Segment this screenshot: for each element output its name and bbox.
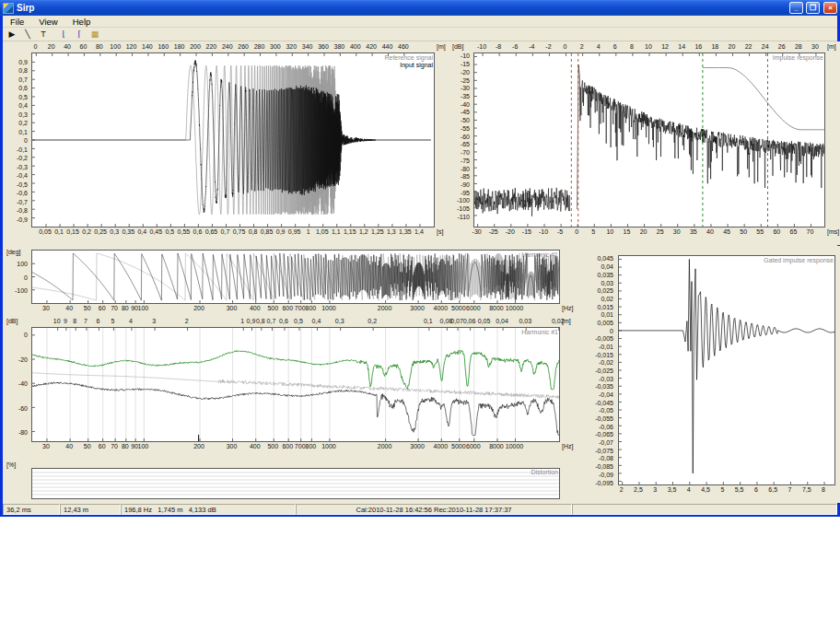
tick-label: -110 bbox=[458, 213, 471, 219]
tick-label: 0,25 bbox=[94, 228, 107, 235]
tick-label: 4,5 bbox=[701, 486, 710, 493]
tick-label: 25 bbox=[657, 228, 664, 235]
magnitude-top-axis: 109876543210,90,80,70,60,50,40,30,20,10,… bbox=[31, 318, 558, 325]
magnitude-plot[interactable] bbox=[31, 327, 560, 442]
magnitude-hz-unit: [Hz] bbox=[562, 443, 573, 449]
time-signals-panel: 0204060801001201401601802002202402602803… bbox=[4, 41, 448, 245]
tick-label: -90 bbox=[461, 181, 470, 187]
tick-label: 100 bbox=[138, 305, 149, 311]
tick-label: 0,06 bbox=[463, 318, 476, 324]
cursor-distance-value: 12,43 m bbox=[64, 506, 88, 514]
tick-label: -25 bbox=[461, 76, 470, 83]
tick-label: 40 bbox=[706, 228, 714, 235]
tick-label: -0,03 bbox=[599, 375, 613, 381]
impulse-db-unit: [dB] bbox=[452, 43, 463, 50]
tick-label: 55 bbox=[756, 228, 764, 235]
distortion-plot[interactable] bbox=[31, 468, 560, 499]
menu-item-help[interactable]: Help bbox=[65, 16, 99, 28]
tick-label: 100 bbox=[17, 260, 28, 266]
tick-label: 160 bbox=[158, 43, 169, 50]
time-legend: Reference signal Input signal bbox=[384, 54, 433, 69]
tick-label: 0,55 bbox=[178, 228, 191, 235]
impulse-top-unit: [m] bbox=[827, 43, 836, 50]
tick-label: 0,2 bbox=[18, 120, 28, 126]
tick-label: 1,05 bbox=[316, 228, 329, 235]
time-top-axis: 0204060801001201401601802002202402602803… bbox=[31, 43, 433, 51]
maximize-button[interactable]: ❐ bbox=[806, 2, 820, 14]
tick-label: 60 bbox=[80, 43, 88, 50]
tick-label: -2 bbox=[545, 43, 551, 50]
time-bottom-axis: 0,050,10,150,20,250,30,350,40,450,50,550… bbox=[31, 228, 433, 236]
time-plot[interactable] bbox=[31, 52, 435, 228]
menu-item-view[interactable]: View bbox=[31, 16, 64, 28]
tick-label: 0,8 bbox=[18, 67, 28, 74]
tick-label: 0,3 bbox=[18, 111, 28, 117]
tick-label: 0,1 bbox=[424, 318, 433, 324]
tick-label: 10000 bbox=[506, 305, 523, 311]
y-axis-setup-button[interactable]: ⌈ bbox=[72, 29, 87, 41]
status-cursor-readout: 196,8 Hz 1,745 m 4,133 dB bbox=[121, 504, 296, 515]
tick-label: -95 bbox=[461, 189, 470, 195]
tick-label: -0,05 bbox=[599, 407, 613, 414]
gated-impulse-panel: 0,0450,040,0350,030,0250,020,0150,010,00… bbox=[585, 246, 840, 503]
tick-label: -20 bbox=[18, 356, 28, 362]
phase-plot[interactable] bbox=[31, 250, 560, 304]
tick-label: 300 bbox=[227, 305, 238, 311]
tick-label: -10 bbox=[477, 43, 486, 50]
tick-label: 10 bbox=[606, 228, 613, 235]
impulse-plot[interactable] bbox=[473, 52, 825, 228]
tick-label: 1,1 bbox=[332, 228, 341, 235]
tick-label: 0,75 bbox=[233, 228, 246, 235]
tick-label: 10 bbox=[645, 43, 652, 50]
menu-item-file[interactable]: File bbox=[3, 16, 31, 28]
gated-plot-canvas bbox=[619, 256, 834, 484]
tick-label: -0,5 bbox=[17, 181, 28, 187]
options-button[interactable]: ▦ bbox=[88, 29, 102, 41]
close-button[interactable]: × bbox=[823, 2, 837, 14]
tick-label: 1,3 bbox=[387, 228, 396, 235]
tick-label: 500 bbox=[267, 443, 278, 449]
tick-label: 0,07 bbox=[450, 318, 463, 324]
tick-label: 800 bbox=[306, 305, 317, 311]
legend-input-signal: Input signal bbox=[384, 62, 433, 69]
tick-label: 70 bbox=[111, 443, 118, 449]
tick-label: 0,8 bbox=[249, 228, 258, 235]
x-axis-setup-button[interactable]: ⌊ bbox=[56, 29, 71, 41]
gated-plot[interactable] bbox=[618, 255, 835, 485]
text-marker-button[interactable]: T bbox=[36, 29, 51, 41]
tick-label: 0,045 bbox=[597, 255, 613, 262]
run-measurement-button[interactable]: ▶ bbox=[5, 29, 19, 41]
minimize-button[interactable]: _ bbox=[789, 2, 803, 14]
tick-label: -0,085 bbox=[595, 463, 613, 470]
cursor-wavelength-value: 1,745 m bbox=[158, 506, 182, 514]
distortion-panel: [%] Distortion bbox=[4, 461, 584, 503]
tick-label: 24 bbox=[762, 43, 769, 50]
tick-label: 8000 bbox=[489, 443, 504, 449]
tick-label: 40 bbox=[65, 305, 73, 311]
tick-label: 600 bbox=[282, 305, 293, 311]
tick-label: 0 bbox=[24, 137, 28, 144]
tick-label: 30 bbox=[673, 228, 681, 235]
tick-label: 8 bbox=[630, 43, 634, 50]
slope-tool-button[interactable]: ╲ bbox=[20, 29, 35, 41]
tick-label: -65 bbox=[461, 141, 470, 147]
tick-label: 40 bbox=[65, 443, 73, 449]
tick-label: 0,1 bbox=[18, 128, 28, 134]
tick-label: 15 bbox=[624, 228, 631, 235]
tick-label: 6 bbox=[613, 43, 617, 50]
tick-label: -0,035 bbox=[595, 383, 613, 390]
tick-label: 2 bbox=[620, 486, 624, 493]
tick-label: 260 bbox=[238, 43, 249, 50]
tick-label: 0,15 bbox=[66, 228, 79, 235]
tick-label: 0,035 bbox=[597, 271, 613, 277]
tick-label: 0,5 bbox=[294, 318, 303, 324]
tick-label: 3000 bbox=[410, 305, 425, 311]
time-plot-canvas bbox=[32, 53, 434, 227]
tick-label: 0,1 bbox=[54, 228, 64, 235]
tick-label: -0,045 bbox=[595, 399, 613, 405]
tick-label: 3 bbox=[152, 318, 156, 324]
tick-label: -60 bbox=[18, 404, 28, 411]
title-bar[interactable]: Sirp _ ❐ × bbox=[0, 0, 840, 16]
tick-label: -0,01 bbox=[599, 343, 613, 349]
tick-label: -75 bbox=[461, 157, 470, 163]
